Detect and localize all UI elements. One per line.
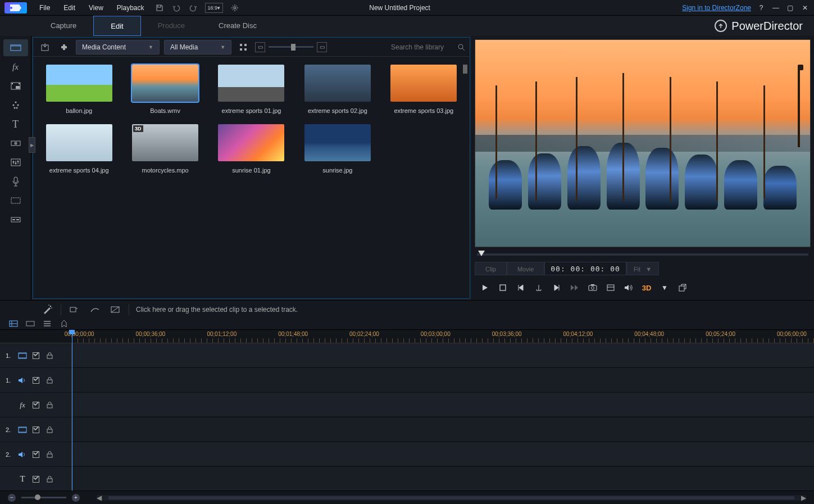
media-clip[interactable]: extreme sports 02.jpg xyxy=(299,65,375,114)
preview-fit-dropdown[interactable]: Fit ▼ xyxy=(626,262,659,275)
3d-button[interactable]: 3D xyxy=(641,282,652,293)
timeline-hint[interactable]: Click here or drag the selected clip to … xyxy=(136,306,298,314)
search-input[interactable] xyxy=(391,43,453,51)
track-lock-icon[interactable] xyxy=(45,401,54,410)
track-lane[interactable] xyxy=(72,417,814,442)
menu-playback[interactable]: Playback xyxy=(110,0,151,16)
signin-link[interactable]: Sign in to DirectorZone xyxy=(682,4,751,12)
room-title-icon[interactable]: T xyxy=(3,116,28,133)
track-type-icon[interactable]: T xyxy=(18,475,27,484)
aspect-ratio-selector[interactable]: 16:9 ▾ xyxy=(205,3,224,13)
track-lane[interactable] xyxy=(72,393,814,417)
zoom-in-icon[interactable]: + xyxy=(72,494,80,502)
menu-file[interactable]: File xyxy=(33,0,57,16)
library-filter-dropdown[interactable]: All Media▼ xyxy=(164,40,231,55)
help-icon[interactable]: ? xyxy=(757,3,766,12)
room-pip-icon[interactable] xyxy=(3,78,28,94)
tab-edit[interactable]: Edit xyxy=(93,16,140,36)
minimize-icon[interactable]: — xyxy=(771,3,780,12)
save-icon[interactable] xyxy=(154,3,165,13)
media-clip[interactable]: 3Dmotorcycles.mpo xyxy=(127,124,203,174)
track-lock-icon[interactable] xyxy=(45,425,54,434)
undock-icon[interactable] xyxy=(677,282,688,293)
preview-canvas[interactable] xyxy=(475,39,811,247)
track-visible-icon[interactable] xyxy=(31,425,40,434)
preview-scrubber[interactable] xyxy=(475,249,811,260)
track-type-icon[interactable] xyxy=(18,376,27,385)
slider-track[interactable] xyxy=(269,46,313,48)
track-lock-icon[interactable] xyxy=(45,450,54,459)
zoom-slider[interactable] xyxy=(21,497,66,498)
room-media-icon[interactable] xyxy=(3,39,28,56)
grid-view-icon[interactable] xyxy=(236,40,251,55)
zoom-out-icon[interactable]: − xyxy=(8,494,16,502)
room-fx-icon[interactable]: fx xyxy=(3,58,28,75)
timeline-ruler[interactable]: 00;00;00;0000;00;36;0000;01;12;0000;01;4… xyxy=(0,330,814,343)
horizontal-scrollbar[interactable]: ◀ ▶ xyxy=(97,495,806,501)
media-clip[interactable]: sunrise.jpg xyxy=(299,124,375,174)
redo-icon[interactable] xyxy=(188,3,198,13)
quality-icon[interactable] xyxy=(605,282,616,293)
marker-icon[interactable] xyxy=(58,318,70,329)
track-type-icon[interactable] xyxy=(18,425,27,434)
stop-icon[interactable] xyxy=(497,282,508,293)
track-lane[interactable] xyxy=(72,343,814,367)
track-type-icon[interactable]: fx xyxy=(18,401,27,410)
track-lane[interactable] xyxy=(72,467,814,491)
track-lock-icon[interactable] xyxy=(45,475,54,484)
room-chapter-icon[interactable] xyxy=(3,192,28,209)
magic-tools-icon[interactable] xyxy=(40,303,54,316)
slider-thumb[interactable] xyxy=(291,44,295,51)
fast-forward-icon[interactable] xyxy=(569,282,580,293)
track-lane[interactable] xyxy=(72,442,814,466)
thumb-small-icon[interactable]: ▭ xyxy=(255,42,265,52)
import-icon[interactable] xyxy=(38,40,52,55)
track-type-icon[interactable] xyxy=(18,351,27,360)
library-content-dropdown[interactable]: Media Content▼ xyxy=(76,40,160,55)
snapshot-icon[interactable] xyxy=(587,282,598,293)
link-icon[interactable] xyxy=(108,303,122,316)
menu-view[interactable]: View xyxy=(82,0,110,16)
tab-produce[interactable]: Produce xyxy=(141,16,202,36)
track-visible-icon[interactable] xyxy=(31,450,40,459)
step-icon[interactable] xyxy=(533,282,544,293)
plugin-icon[interactable] xyxy=(57,40,71,55)
preview-mode-movie[interactable]: Movie xyxy=(507,262,544,275)
playhead-marker[interactable] xyxy=(478,251,485,256)
track-manager-icon[interactable] xyxy=(42,318,53,329)
search-icon[interactable] xyxy=(457,43,465,51)
thumb-size-slider[interactable]: ▭ ▭ xyxy=(255,42,327,52)
track-lane[interactable] xyxy=(72,368,814,392)
dropdown-icon[interactable]: ▼ xyxy=(659,282,670,293)
close-icon[interactable]: ✕ xyxy=(801,3,810,12)
room-voiceover-icon[interactable] xyxy=(3,173,28,190)
timecode-display[interactable]: 00: 00: 00: 00 xyxy=(544,262,626,275)
media-clip[interactable]: extreme sports 01.jpg xyxy=(213,65,289,114)
maximize-icon[interactable]: ▢ xyxy=(786,3,795,12)
zoom-thumb[interactable] xyxy=(35,494,40,500)
media-clip[interactable]: Boats.wmv xyxy=(127,65,203,114)
track-visible-icon[interactable] xyxy=(31,475,40,484)
room-particle-icon[interactable] xyxy=(3,97,28,113)
play-icon[interactable] xyxy=(479,282,490,293)
track-lock-icon[interactable] xyxy=(45,351,54,360)
track-view-icon[interactable] xyxy=(8,318,19,329)
media-clip[interactable]: ballon.jpg xyxy=(41,65,117,114)
curve-icon[interactable] xyxy=(88,303,102,316)
room-audio-mix-icon[interactable] xyxy=(3,154,28,171)
keyframe-icon[interactable] xyxy=(68,303,81,316)
scroll-left-icon[interactable]: ◀ xyxy=(97,494,102,502)
media-clip[interactable]: extreme sports 03.jpg xyxy=(386,65,462,114)
preview-mode-clip[interactable]: Clip xyxy=(475,262,507,275)
next-frame-icon[interactable] xyxy=(551,282,562,293)
track-visible-icon[interactable] xyxy=(31,351,40,360)
room-transition-icon[interactable] xyxy=(3,135,28,152)
track-visible-icon[interactable] xyxy=(31,376,40,385)
media-clip[interactable]: sunrise 01.jpg xyxy=(213,124,289,174)
prev-frame-icon[interactable] xyxy=(515,282,526,293)
menu-edit[interactable]: Edit xyxy=(57,0,82,16)
scroll-right-icon[interactable]: ▶ xyxy=(801,494,806,502)
tab-create-disc[interactable]: Create Disc xyxy=(202,16,274,36)
track-visible-icon[interactable] xyxy=(31,401,40,410)
thumb-large-icon[interactable]: ▭ xyxy=(317,42,327,52)
